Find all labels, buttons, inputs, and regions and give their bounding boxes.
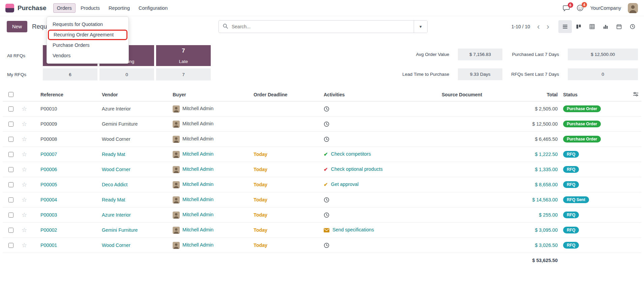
vendor-cell[interactable]: Ready Mat xyxy=(99,147,170,162)
total-cell[interactable]: $ 1,222.50 xyxy=(506,147,560,162)
total-cell[interactable]: $ 2,505.00 xyxy=(506,101,560,117)
activity-cell[interactable] xyxy=(321,207,439,223)
buyer-cell[interactable]: Mitchell Admin xyxy=(170,162,251,177)
status-cell[interactable]: Purchase Order xyxy=(560,101,628,117)
status-cell[interactable]: RFQ xyxy=(560,223,628,238)
deadline-cell[interactable]: Today xyxy=(251,207,321,223)
table-row[interactable]: ☆P00004Ready MatMitchell AdminToday$ 14,… xyxy=(3,192,641,207)
row-favorite-cell[interactable]: ☆ xyxy=(19,192,35,207)
row-select-cell[interactable] xyxy=(3,162,19,177)
buyer-cell[interactable]: Mitchell Admin xyxy=(170,192,251,207)
source-document-cell[interactable] xyxy=(439,207,506,223)
buyer-cell[interactable]: Mitchell Admin xyxy=(170,101,251,117)
view-graph-button[interactable] xyxy=(599,20,612,33)
status-cell[interactable]: RFQ xyxy=(560,238,628,253)
row-select-cell[interactable] xyxy=(3,207,19,223)
view-activity-button[interactable] xyxy=(626,20,639,33)
table-row[interactable]: ☆P00001Wood CornerMitchell AdminToday$ 3… xyxy=(3,238,641,253)
menu-item-purchase-orders[interactable]: Purchase Orders xyxy=(47,40,128,51)
table-row[interactable]: ☆P00005Deco AddictMitchell AdminToday✔Ge… xyxy=(3,177,641,192)
view-list-button[interactable] xyxy=(558,20,572,33)
row-select-cell[interactable] xyxy=(3,238,19,253)
purchase-app-icon[interactable] xyxy=(5,4,14,12)
activity-clock-icon[interactable] xyxy=(324,106,329,112)
source-document-cell[interactable] xyxy=(439,117,506,132)
buyer-cell[interactable]: Mitchell Admin xyxy=(170,117,251,132)
reference-cell[interactable]: P00004 xyxy=(35,192,99,207)
menu-item-vendors[interactable]: Vendors xyxy=(47,51,128,61)
activity-clock-icon[interactable] xyxy=(324,197,329,203)
total-cell[interactable]: $ 12,500.00 xyxy=(506,117,560,132)
row-checkbox[interactable] xyxy=(8,122,13,127)
favorite-star-icon[interactable]: ☆ xyxy=(22,212,27,218)
activity-cell[interactable] xyxy=(321,101,439,117)
my-waiting-count[interactable]: 0 xyxy=(99,68,154,81)
status-cell[interactable]: RFQ Sent xyxy=(560,192,628,207)
activity-cell[interactable] xyxy=(321,238,439,253)
menu-products[interactable]: Products xyxy=(77,3,104,13)
view-kanban-button[interactable] xyxy=(572,20,585,33)
vendor-cell[interactable]: Wood Corner xyxy=(99,238,170,253)
table-row[interactable]: ☆P00003Azure InteriorMitchell AdminToday… xyxy=(3,207,641,223)
activity-clock-icon[interactable] xyxy=(324,136,329,142)
buyer-cell[interactable]: Mitchell Admin xyxy=(170,147,251,162)
table-row[interactable]: ☆P00007Ready MatMitchell AdminToday✔Chec… xyxy=(3,147,641,162)
vendor-cell[interactable]: Deco Addict xyxy=(99,177,170,192)
column-header-total[interactable]: Total xyxy=(506,88,560,101)
reference-cell[interactable]: P00002 xyxy=(35,223,99,238)
search-input[interactable] xyxy=(231,24,410,30)
activity-cell[interactable]: ✔Check competitors xyxy=(321,147,439,162)
deadline-cell[interactable]: Today xyxy=(251,192,321,207)
reference-cell[interactable]: P00008 xyxy=(35,132,99,147)
deadline-cell[interactable]: Today xyxy=(251,147,321,162)
vendor-cell[interactable]: Azure Interior xyxy=(99,207,170,223)
row-favorite-cell[interactable]: ☆ xyxy=(19,117,35,132)
row-favorite-cell[interactable]: ☆ xyxy=(19,162,35,177)
search-options-toggle[interactable]: ▼ xyxy=(414,21,427,33)
select-all-checkbox[interactable] xyxy=(8,92,13,97)
deadline-cell[interactable]: Today xyxy=(251,162,321,177)
row-select-cell[interactable] xyxy=(3,101,19,117)
vendor-cell[interactable]: Wood Corner xyxy=(99,132,170,147)
row-checkbox[interactable] xyxy=(8,137,13,142)
status-cell[interactable]: Purchase Order xyxy=(560,117,628,132)
menu-item-requests-for-quotation[interactable]: Requests for Quotation xyxy=(47,19,128,30)
row-favorite-cell[interactable]: ☆ xyxy=(19,147,35,162)
column-settings-icon[interactable] xyxy=(633,92,639,98)
deadline-cell[interactable]: Today xyxy=(251,177,321,192)
status-cell[interactable]: RFQ xyxy=(560,162,628,177)
menu-orders[interactable]: Orders xyxy=(53,3,76,13)
reference-cell[interactable]: P00010 xyxy=(35,101,99,117)
buyer-cell[interactable]: Mitchell Admin xyxy=(170,238,251,253)
reference-cell[interactable]: P00003 xyxy=(35,207,99,223)
row-select-cell[interactable] xyxy=(3,117,19,132)
reference-cell[interactable]: P00005 xyxy=(35,177,99,192)
row-checkbox[interactable] xyxy=(8,243,13,248)
my-to-send-count[interactable]: 6 xyxy=(43,68,97,81)
favorite-star-icon[interactable]: ☆ xyxy=(22,196,27,203)
row-checkbox[interactable] xyxy=(8,228,13,233)
buyer-cell[interactable]: Mitchell Admin xyxy=(170,132,251,147)
buyer-cell[interactable]: Mitchell Admin xyxy=(170,177,251,192)
vendor-cell[interactable]: Gemini Furniture xyxy=(99,117,170,132)
table-row[interactable]: ☆P00010Azure InteriorMitchell Admin$ 2,5… xyxy=(3,101,641,117)
reference-cell[interactable]: P00009 xyxy=(35,117,99,132)
deadline-cell[interactable]: Today xyxy=(251,238,321,253)
favorite-star-icon[interactable]: ☆ xyxy=(22,151,27,158)
activity-mail-icon[interactable] xyxy=(324,227,329,233)
row-select-cell[interactable] xyxy=(3,132,19,147)
activity-check-icon[interactable]: ✔ xyxy=(324,151,328,157)
status-cell[interactable]: RFQ xyxy=(560,207,628,223)
column-header-vendor[interactable]: Vendor xyxy=(99,88,170,101)
source-document-cell[interactable] xyxy=(439,132,506,147)
total-cell[interactable]: $ 1,335.00 xyxy=(506,162,560,177)
tile-late[interactable]: 7 Late xyxy=(156,45,211,66)
source-document-cell[interactable] xyxy=(439,223,506,238)
source-document-cell[interactable] xyxy=(439,147,506,162)
source-document-cell[interactable] xyxy=(439,177,506,192)
status-cell[interactable]: Purchase Order xyxy=(560,132,628,147)
favorite-star-icon[interactable]: ☆ xyxy=(22,136,27,142)
pager-previous-button[interactable]: ‹ xyxy=(534,23,543,31)
activity-label[interactable]: Send specifications xyxy=(332,227,374,232)
row-checkbox[interactable] xyxy=(8,106,13,111)
